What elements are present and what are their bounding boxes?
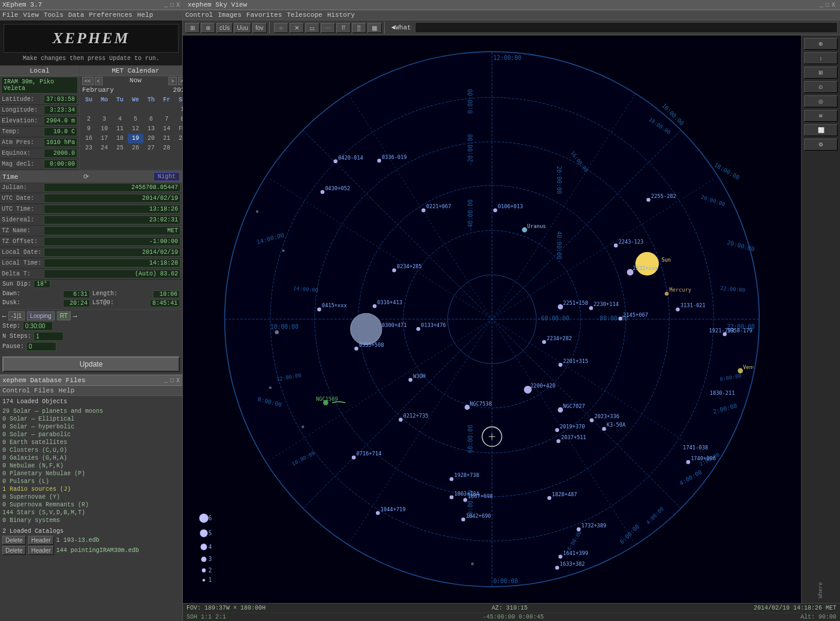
maximize-btn[interactable]: □ <box>170 2 174 8</box>
rs-btn-1[interactable]: ⊕ <box>804 38 838 50</box>
tb-grid-btn[interactable]: ⊞ <box>185 23 200 33</box>
pause-row: Pause: <box>2 342 180 351</box>
tb-zoom-btn[interactable]: ⊕ <box>201 23 215 33</box>
rs-btn-8[interactable]: ⚙ <box>804 139 838 151</box>
svg-point-54 <box>421 208 426 212</box>
db-item-nebulae: 0 Nebulae (N,F,K) <box>2 462 180 470</box>
sky-canvas[interactable]: 12:00:00 0:00:00 16:00:00 18:00:00 20:00… <box>183 35 801 603</box>
cal-now-btn[interactable]: Now <box>130 77 141 85</box>
pause-input[interactable] <box>26 342 56 351</box>
svg-text:2234+282: 2234+282 <box>547 335 572 341</box>
sv-menu-telescope[interactable]: Telescope <box>287 11 322 19</box>
xephem-win-controls: _ □ X <box>164 2 180 8</box>
tb-fig-btn[interactable]: ⚏ <box>305 23 320 33</box>
db-menu-help[interactable]: Help <box>59 387 74 394</box>
cat-header-1[interactable]: Header <box>28 536 54 545</box>
menu-view[interactable]: View <box>23 11 38 19</box>
cat-delete-1[interactable]: Delete <box>2 536 26 545</box>
svg-point-127 <box>352 455 356 460</box>
cal-prev[interactable]: < <box>95 77 103 85</box>
length-value: 10:06 <box>153 290 180 298</box>
sidereal-value: 23:02:31 <box>44 215 180 224</box>
looping-btn[interactable]: Looping <box>27 311 55 320</box>
update-button[interactable]: Update <box>2 356 180 372</box>
calendar-grid: Su Mo Tu We Th Fr Sa 1 <box>80 94 191 154</box>
sv-minimize-btn[interactable]: _ <box>820 2 823 8</box>
menu-data[interactable]: Data <box>68 11 84 19</box>
svg-text:2: 2 <box>209 567 212 574</box>
sv-close-btn[interactable]: X <box>832 2 835 8</box>
tb-dots3-btn[interactable]: ⣿ <box>352 23 366 33</box>
step-back-btn[interactable]: -1|1 <box>8 311 25 320</box>
sv-maximize-btn[interactable]: □ <box>826 2 829 8</box>
sv-menu-history[interactable]: History <box>327 11 355 19</box>
what-input[interactable] <box>415 22 838 33</box>
cal-month-year: February 2014 <box>80 86 191 94</box>
rt-btn[interactable]: RT <box>57 311 71 320</box>
cat-header-2[interactable]: Header <box>28 546 54 555</box>
tb-dots2-btn[interactable]: ⠿ <box>336 23 351 33</box>
rs-btn-3[interactable]: ⊞ <box>804 67 838 79</box>
svg-text:1044+719: 1044+719 <box>381 506 406 512</box>
tb-fov-btn[interactable]: fov <box>252 23 267 33</box>
svg-text:40:00:00: 40:00:00 <box>556 231 562 259</box>
step-nav-icon[interactable]: ⟵ <box>2 313 6 320</box>
sv-menu-control[interactable]: Control <box>185 11 213 19</box>
menu-tools[interactable]: Tools <box>44 11 64 19</box>
tb-cus-btn[interactable]: cUs <box>216 23 233 33</box>
db-title-bar: xephem Database Files _ □ X <box>0 376 182 386</box>
menu-preferences[interactable]: Preferences <box>89 11 133 19</box>
db-menu-control[interactable]: Control Files <box>2 387 54 394</box>
svg-text:NGC7027: NGC7027 <box>563 403 585 409</box>
sky-svg[interactable]: 12:00:00 0:00:00 16:00:00 18:00:00 20:00… <box>183 35 801 603</box>
catalog-row-1: Delete Header 1 193-13.edb <box>2 536 180 545</box>
latitude-label: Latitude: <box>2 96 44 103</box>
rs-btn-6[interactable]: ≋ <box>804 110 838 122</box>
cat-delete-2[interactable]: Delete <box>2 546 26 555</box>
step-size-row: Step: <box>2 322 180 331</box>
cal-next[interactable]: > <box>168 77 176 85</box>
nsteps-input[interactable] <box>34 332 64 341</box>
sky-container[interactable]: 12:00:00 0:00:00 16:00:00 18:00:00 20:00… <box>183 35 840 603</box>
svg-point-139 <box>376 511 380 515</box>
step-size-input[interactable] <box>23 322 53 331</box>
cat-name-1: 1 193-13.edb <box>56 537 100 544</box>
tb-dots4-btn[interactable]: ▦ <box>368 23 382 33</box>
svg-text:0430+052: 0430+052 <box>325 185 350 191</box>
rs-btn-4[interactable]: ⊙ <box>804 81 838 93</box>
db-minimize-btn[interactable]: _ <box>164 377 168 384</box>
svg-text:1732+389: 1732+389 <box>581 523 606 529</box>
cal-week-1: 1 <box>81 105 190 115</box>
sv-menu-favorites[interactable]: Favorites <box>246 11 282 19</box>
svg-text:4: 4 <box>209 544 212 550</box>
rs-btn-2[interactable]: ↕ <box>804 52 838 64</box>
cal-week-3: 9 10 11 12 13 14 FM <box>81 124 190 134</box>
tb-sep-1 <box>269 22 272 34</box>
tb-uuu-btn[interactable]: Uuu <box>234 23 251 33</box>
menu-file[interactable]: File <box>2 11 18 19</box>
menu-help[interactable]: Help <box>137 11 153 19</box>
svg-text:0234+285: 0234+285 <box>397 263 422 269</box>
cal-month: February <box>82 86 114 94</box>
utctime-value: 13:18:26 <box>44 205 180 214</box>
svg-point-131 <box>450 496 454 500</box>
svg-point-100 <box>737 368 743 374</box>
minimize-btn[interactable]: _ <box>164 2 168 8</box>
clock-icon[interactable]: ⟳ <box>83 173 89 181</box>
db-close-btn[interactable]: X <box>176 377 180 384</box>
svg-point-82 <box>317 307 321 311</box>
tb-dots1-btn[interactable]: ⋯ <box>321 23 335 33</box>
magdecl-label: Mag decl: <box>2 161 44 167</box>
db-maximize-btn[interactable]: □ <box>170 377 174 384</box>
tb-x-btn[interactable]: ✕ <box>290 23 304 33</box>
cal-prev-prev[interactable]: << <box>82 77 94 85</box>
logo-area: XEPHEM Make changes then press Update to… <box>0 20 182 66</box>
rs-btn-7[interactable]: ⬜ <box>804 124 838 136</box>
step-fwd-icon[interactable]: ⟶ <box>73 313 77 320</box>
close-btn[interactable]: X <box>176 2 180 8</box>
svg-text:-20:00:00: -20:00:00 <box>467 134 474 166</box>
svg-text:0106+013: 0106+013 <box>498 203 523 209</box>
rs-btn-5[interactable]: ◎ <box>804 95 838 107</box>
tb-circle-btn[interactable]: ○ <box>274 23 288 33</box>
sv-menu-images[interactable]: Images <box>218 11 242 19</box>
